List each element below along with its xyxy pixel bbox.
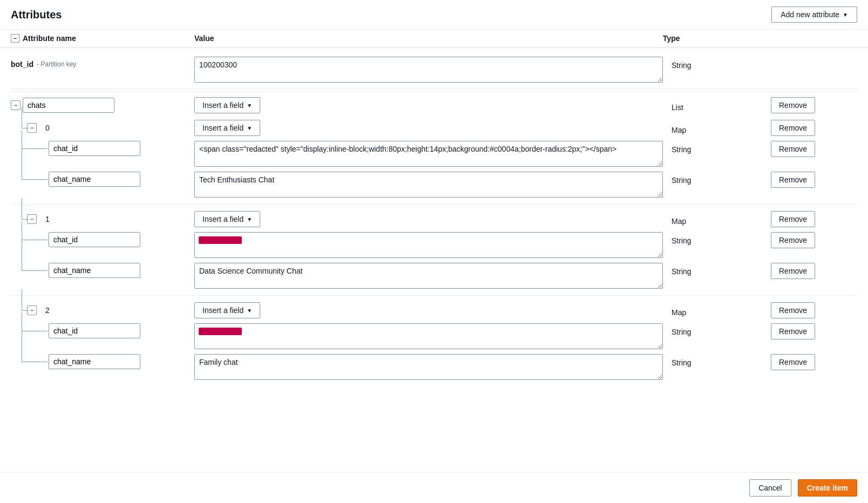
map-0-chat-name-remove-button[interactable]: Remove bbox=[771, 172, 815, 188]
map-1-remove-button[interactable]: Remove bbox=[771, 211, 815, 227]
map-2-actions: Remove bbox=[771, 302, 857, 318]
map-0-hline bbox=[22, 128, 28, 128]
create-item-button[interactable]: Create item bbox=[798, 479, 857, 497]
map-0-chat-name-row: Tech Enthusiasts Chat String Remove bbox=[11, 170, 857, 201]
map-1-expand-toggle[interactable]: − bbox=[27, 214, 37, 224]
collapse-all-icon[interactable]: − bbox=[11, 34, 19, 43]
map-0-insert-field-button[interactable]: Insert a field ▼ bbox=[194, 120, 260, 136]
table-header: − Attribute name Value Type bbox=[0, 30, 868, 48]
chats-value-cell: Insert a field ▼ bbox=[194, 97, 663, 113]
map-0-type: Map bbox=[663, 121, 771, 134]
map-1-chat-name-type: String bbox=[663, 263, 771, 276]
chats-remove-button[interactable]: Remove bbox=[771, 97, 815, 113]
map-2-chat-id-value-cell bbox=[194, 323, 663, 351]
col-actions bbox=[771, 34, 857, 43]
col-type: Type bbox=[663, 34, 771, 43]
bot-id-label: bot_id - Partition key bbox=[11, 57, 194, 69]
hline-1-chatid bbox=[22, 240, 48, 240]
map-1-insert-field-button[interactable]: Insert a field ▼ bbox=[194, 211, 260, 227]
map-2-hline bbox=[22, 310, 28, 311]
map-2-chat-id-remove-button[interactable]: Remove bbox=[771, 323, 815, 339]
page-header: Attributes Add new attribute ▼ bbox=[0, 0, 868, 30]
map-0-actions: Remove bbox=[771, 120, 857, 136]
add-new-attribute-button[interactable]: Add new attribute ▼ bbox=[771, 6, 857, 23]
map-1-chat-name-value-cell: Data Science Community Chat bbox=[194, 263, 663, 290]
map-1-chat-name-label-cell bbox=[11, 263, 194, 278]
cancel-button[interactable]: Cancel bbox=[749, 479, 791, 497]
chats-attr-cell: − bbox=[11, 98, 194, 113]
map-2-chat-name-type: String bbox=[663, 354, 771, 367]
map-1-chat-id-label-cell bbox=[11, 232, 194, 247]
bot-id-row: bot_id - Partition key 100200300 String bbox=[11, 52, 857, 89]
map-1-row: − 1 Insert a field ▼ Map Remove bbox=[11, 208, 857, 230]
map-0-chat-id-label-cell bbox=[11, 141, 194, 156]
map-1-chat-id-row: String Remove bbox=[11, 230, 857, 261]
map-0-vline bbox=[22, 107, 22, 128]
chats-insert-field-button[interactable]: Insert a field ▼ bbox=[194, 97, 260, 113]
map-2-insert-field-button[interactable]: Insert a field ▼ bbox=[194, 302, 260, 318]
map-0-insert-chevron: ▼ bbox=[247, 125, 252, 131]
page-title: Attributes bbox=[11, 9, 62, 21]
chats-name-input[interactable] bbox=[23, 98, 114, 113]
map-2-chat-name-value-input[interactable]: Family chat bbox=[194, 354, 663, 380]
map-1-chat-id-remove-button[interactable]: Remove bbox=[771, 232, 815, 248]
add-new-attribute-label: Add new attribute bbox=[781, 10, 839, 19]
minus-icon: − bbox=[13, 101, 17, 109]
map-2-chat-id-value-input[interactable] bbox=[194, 323, 663, 349]
bot-id-value-input[interactable]: 100200300 bbox=[194, 57, 663, 83]
map-0-label-cell: − 0 bbox=[11, 123, 194, 133]
map-1-chat-name-row: Data Science Community Chat String Remov… bbox=[11, 261, 857, 292]
map-1-insert-chevron: ▼ bbox=[247, 216, 252, 222]
map-0-chat-name-input[interactable] bbox=[49, 172, 140, 187]
map-1-chat-id-value-input[interactable] bbox=[194, 232, 663, 258]
map-1-type: Map bbox=[663, 213, 771, 226]
bot-id-value-cell: 100200300 bbox=[194, 57, 663, 84]
map-2-expand-toggle[interactable]: − bbox=[27, 305, 37, 315]
map-2-chat-name-remove-button[interactable]: Remove bbox=[771, 354, 815, 370]
map-0-chat-name-value-cell: Tech Enthusiasts Chat bbox=[194, 172, 663, 199]
map-2-chat-id-input[interactable] bbox=[49, 323, 140, 338]
map-0-chat-id-type: String bbox=[663, 141, 771, 154]
map-1-chat-id-type: String bbox=[663, 232, 771, 245]
map-2-index: 2 bbox=[45, 306, 50, 315]
map-2-chat-name-value-cell: Family chat bbox=[194, 354, 663, 382]
map-0-chat-id-input[interactable] bbox=[49, 141, 140, 156]
map-0-expand-toggle[interactable]: − bbox=[27, 123, 37, 133]
map-1-value-cell: Insert a field ▼ bbox=[194, 211, 663, 227]
map-1-chat-name-value-input[interactable]: Data Science Community Chat bbox=[194, 263, 663, 289]
hline-2-chatid bbox=[22, 331, 48, 331]
map-2-chat-id-row: String Remove bbox=[11, 322, 857, 352]
map-2-insert-chevron: ▼ bbox=[247, 308, 252, 314]
map-0-chat-name-label-cell bbox=[11, 172, 194, 187]
map-2-row: − 2 Insert a field ▼ Map Remove bbox=[11, 299, 857, 322]
map-1-chat-name-remove-button[interactable]: Remove bbox=[771, 263, 815, 279]
map-1-chat-id-input[interactable] bbox=[49, 232, 140, 247]
map-1-chat-name-input[interactable] bbox=[49, 263, 140, 278]
map-0-chat-id-row: <span class="redacted" style="display:in… bbox=[11, 139, 857, 170]
map-0-index: 0 bbox=[45, 124, 50, 132]
hline-0-chatname bbox=[22, 179, 48, 180]
map-1-label-cell: − 1 bbox=[11, 214, 194, 224]
map-0-value-cell: Insert a field ▼ bbox=[194, 120, 663, 136]
vline-1-chatname bbox=[22, 252, 22, 270]
map-0-chat-name-actions: Remove bbox=[771, 172, 857, 188]
map-0-chat-name-type: String bbox=[663, 172, 771, 185]
map-1-minus-icon: − bbox=[30, 215, 33, 223]
map-0-chat-name-value-input[interactable]: Tech Enthusiasts Chat bbox=[194, 172, 663, 198]
map-0-chat-id-value-input[interactable]: <span class="redacted" style="display:in… bbox=[194, 141, 663, 167]
bot-id-name: bot_id bbox=[11, 60, 33, 69]
col-value: Value bbox=[194, 34, 663, 43]
map-0-remove-button[interactable]: Remove bbox=[771, 120, 815, 136]
insert-field-chevron-icon: ▼ bbox=[247, 103, 252, 108]
map-2-chat-name-input[interactable] bbox=[49, 354, 140, 369]
chats-expand-toggle[interactable]: − bbox=[11, 100, 21, 110]
map-1-chat-id-actions: Remove bbox=[771, 232, 857, 248]
map-2-vline bbox=[22, 289, 22, 310]
map-0-chat-id-remove-button[interactable]: Remove bbox=[771, 141, 815, 157]
map-1-index: 1 bbox=[45, 215, 50, 223]
map-2-remove-button[interactable]: Remove bbox=[771, 302, 815, 318]
map-0-minus-icon: − bbox=[30, 124, 33, 132]
chats-list-row: − Insert a field ▼ List Remove bbox=[11, 94, 857, 117]
map-2-chat-id-actions: Remove bbox=[771, 323, 857, 339]
col-attribute-name: − Attribute name bbox=[11, 34, 194, 43]
